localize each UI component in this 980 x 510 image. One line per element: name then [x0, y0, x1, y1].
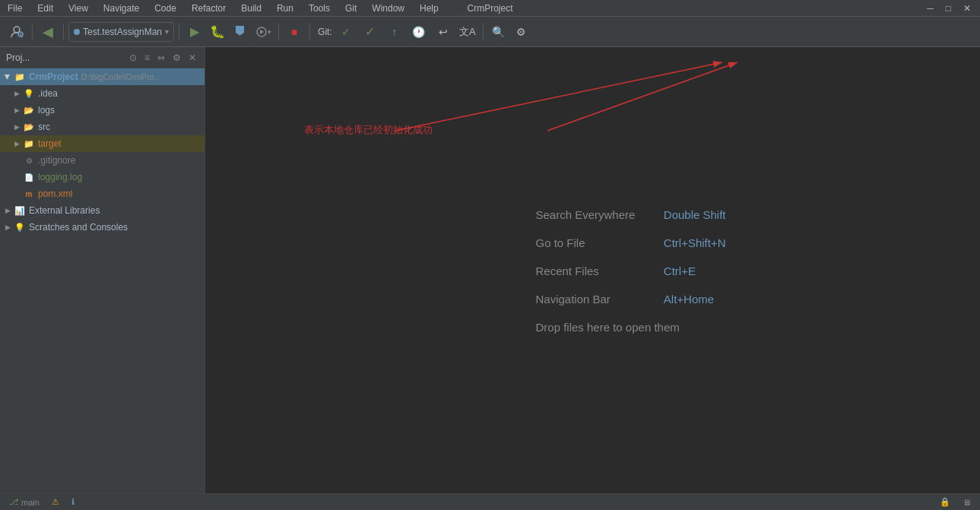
- sidebar: Proj... ⊙ ≡ ⇔ ⚙ ✕ ▶ 📁 CrmProject D:\bigC…: [0, 47, 205, 493]
- project-icon: 📁: [14, 71, 26, 83]
- git-push-button[interactable]: ↑: [384, 21, 405, 43]
- welcome-content: Search Everywhere Double Shift Go to Fil…: [535, 207, 725, 333]
- gitignore-label: .gitignore: [38, 155, 75, 166]
- status-lock-icon: 🔒: [940, 497, 950, 507]
- window-title: CrmProject: [467, 3, 512, 14]
- separator-6: [483, 24, 484, 40]
- search-everywhere-button[interactable]: 🔍: [488, 21, 509, 43]
- scratches-arrow: ▶: [3, 223, 12, 232]
- maximize-button[interactable]: □: [943, 2, 954, 15]
- project-root-item[interactable]: ▶ 📁 CrmProject D:\bigCode\CrmPro...: [0, 68, 205, 85]
- nav-bar-shortcut: Alt+Home: [664, 292, 714, 305]
- sidebar-close-icon[interactable]: ✕: [186, 52, 198, 64]
- nav-bar-item: Navigation Bar Alt+Home: [535, 292, 725, 305]
- sidebar-expand-icon[interactable]: ⇔: [155, 52, 167, 64]
- annotation-text: 表示本地仓库已经初始化成功: [304, 123, 433, 137]
- sidebar-settings-icon[interactable]: ⚙: [170, 52, 183, 64]
- status-terminal-icon: 🖥: [963, 498, 971, 507]
- git-commit-button[interactable]: ✓: [335, 21, 357, 43]
- tree-item-pom[interactable]: ▶ m pom.xml: [0, 185, 205, 202]
- search-everywhere-label: Search Everywhere: [535, 207, 657, 220]
- scratches-icon: 💡: [14, 221, 26, 233]
- goto-file-item: Go to File Ctrl+Shift+N: [535, 236, 725, 249]
- tree-item-logs[interactable]: ▶ 📂 logs: [0, 102, 205, 119]
- git-check-button[interactable]: ✓: [360, 21, 381, 43]
- tree-item-target[interactable]: ▶ 📁 target: [0, 135, 205, 152]
- run-with-button[interactable]: ▾: [252, 21, 274, 43]
- git-label: Git:: [318, 27, 332, 37]
- tree-item-gitignore[interactable]: ▶ ⚙ .gitignore: [0, 152, 205, 169]
- search-everywhere-item: Search Everywhere Double Shift: [535, 207, 725, 220]
- run-config-selector[interactable]: Test.testAssignMan ▾: [68, 22, 174, 42]
- sidebar-title-label: Proj...: [6, 52, 30, 63]
- recent-files-label: Recent Files: [535, 264, 657, 277]
- logs-arrow: ▶: [12, 106, 21, 115]
- tree-item-src[interactable]: ▶ 📂 src: [0, 119, 205, 135]
- ext-lib-label: External Libraries: [29, 205, 100, 216]
- menu-tools[interactable]: Tools: [307, 3, 331, 14]
- menu-code[interactable]: Code: [153, 3, 178, 14]
- tree-item-external-libraries[interactable]: ▶ 📊 External Libraries: [0, 202, 205, 219]
- run-config-dropdown-icon[interactable]: ▾: [165, 27, 169, 36]
- git-history-button[interactable]: 🕐: [408, 21, 430, 43]
- separator-3: [179, 24, 179, 40]
- sidebar-scroll-icon[interactable]: ⊙: [127, 52, 139, 64]
- ext-lib-icon: 📊: [14, 204, 26, 217]
- idea-label: .idea: [38, 88, 58, 99]
- tree-item-idea[interactable]: ▶ 💡 .idea: [0, 85, 205, 102]
- target-label: target: [38, 138, 62, 149]
- git-rollback-button[interactable]: ↩: [433, 21, 454, 43]
- recent-files-item: Recent Files Ctrl+E: [535, 264, 725, 277]
- menu-refactor[interactable]: Refactor: [190, 3, 227, 14]
- status-terminal-item[interactable]: 🖥: [959, 498, 974, 507]
- sidebar-title: Proj...: [6, 52, 30, 63]
- close-button[interactable]: ✕: [960, 2, 974, 15]
- scratches-label: Scratches and Consoles: [29, 222, 128, 233]
- menu-navigate[interactable]: Navigate: [102, 3, 141, 14]
- separator-2: [63, 24, 64, 40]
- svg-text:▾: ▾: [20, 32, 22, 36]
- logs-icon: 📂: [23, 104, 35, 116]
- tree-item-logging[interactable]: ▶ 📄 logging.log: [0, 169, 205, 185]
- run-button[interactable]: ▶: [184, 21, 205, 43]
- logging-icon: 📄: [23, 171, 35, 183]
- status-lock-item[interactable]: 🔒: [937, 497, 953, 507]
- nav-bar-label: Navigation Bar: [535, 292, 657, 305]
- menu-git[interactable]: Git: [344, 3, 358, 14]
- back-button[interactable]: ◀: [37, 21, 59, 43]
- toolbar-left: ▾ ◀ Test.testAssignMan ▾ ▶ 🐛 ⛊ ▾ ■ Git: …: [6, 21, 532, 43]
- root-arrow: ▶: [3, 72, 12, 81]
- coverage-button[interactable]: ⛊: [230, 21, 251, 43]
- svg-line-5: [395, 62, 722, 131]
- status-git-item[interactable]: ⎇ main: [6, 497, 43, 507]
- recent-files-shortcut: Ctrl+E: [664, 264, 696, 277]
- stop-button[interactable]: ■: [284, 21, 305, 43]
- target-arrow: ▶: [12, 139, 21, 148]
- menu-run[interactable]: Run: [275, 3, 295, 14]
- window-controls: ─ □ ✕: [924, 2, 974, 15]
- separator-1: [32, 24, 33, 40]
- git-translate-button[interactable]: 文A: [457, 21, 478, 43]
- menu-build[interactable]: Build: [239, 3, 263, 14]
- status-git-icon: ⎇: [9, 497, 19, 507]
- menu-window[interactable]: Window: [370, 3, 406, 14]
- toolbar: ▾ ◀ Test.testAssignMan ▾ ▶ 🐛 ⛊ ▾ ■ Git: …: [0, 17, 980, 47]
- debug-button[interactable]: 🐛: [207, 21, 228, 43]
- status-warning-item[interactable]: ⚠: [49, 497, 62, 507]
- sidebar-collapse-icon[interactable]: ≡: [142, 52, 152, 64]
- tree-item-scratches[interactable]: ▶ 💡 Scratches and Consoles: [0, 219, 205, 236]
- status-info-item[interactable]: ℹ: [68, 497, 78, 507]
- menu-view[interactable]: View: [67, 3, 90, 14]
- menu-bar: File Edit View Navigate Code Refactor Bu…: [6, 3, 440, 14]
- menu-edit[interactable]: Edit: [36, 3, 55, 14]
- git-section: Git: ✓ ✓ ↑ 🕐 ↩ 文A: [318, 21, 478, 43]
- ext-lib-arrow: ▶: [3, 206, 12, 215]
- separator-5: [309, 24, 310, 40]
- run-config-dot: [74, 29, 80, 35]
- profile-button[interactable]: ▾: [6, 21, 27, 43]
- settings-button[interactable]: ⚙: [511, 21, 532, 43]
- minimize-button[interactable]: ─: [924, 2, 937, 15]
- menu-file[interactable]: File: [6, 3, 24, 14]
- status-bar: ⎇ main ⚠ ℹ 🔒 🖥: [0, 493, 980, 510]
- menu-help[interactable]: Help: [418, 3, 440, 14]
